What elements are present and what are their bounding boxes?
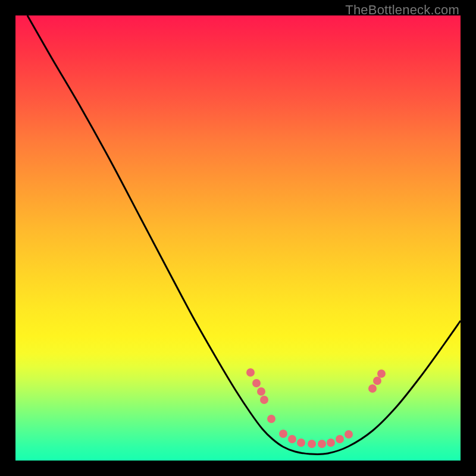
marker-dot [288, 435, 296, 443]
marker-dot [345, 430, 353, 439]
chart-frame [15, 15, 461, 461]
marker-dot [279, 430, 287, 438]
marker-dot [373, 377, 381, 385]
marker-dot [246, 368, 255, 377]
marker-dot [377, 369, 386, 378]
marker-dot [257, 387, 265, 396]
chart-svg [15, 15, 461, 461]
marker-dot [318, 440, 326, 448]
marker-dot [327, 439, 335, 447]
marker-dot [267, 415, 275, 423]
marker-dot [260, 396, 268, 404]
marker-dot [252, 379, 261, 387]
marker-dot [297, 439, 305, 447]
plot-area [15, 15, 461, 461]
marker-dot [308, 440, 316, 448]
curve-line [27, 15, 461, 455]
marker-dot [336, 435, 344, 443]
watermark-text: TheBottleneck.com [345, 2, 459, 18]
marker-dot [368, 384, 377, 393]
